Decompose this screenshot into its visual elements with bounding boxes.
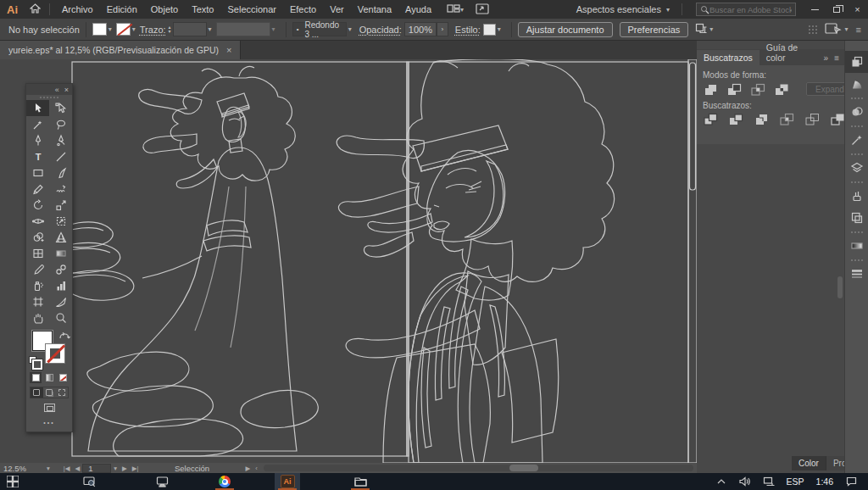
panel-scrollbar-thumb[interactable] — [837, 276, 843, 298]
start-button[interactable] — [0, 473, 25, 490]
style-label[interactable]: Estilo: — [455, 25, 481, 35]
scale-tool[interactable] — [49, 197, 72, 213]
language-indicator[interactable]: ESP — [782, 476, 809, 487]
outline-icon[interactable] — [804, 113, 821, 125]
touch-workspace-icon[interactable] — [825, 22, 842, 36]
menu-edicion[interactable]: Edición — [100, 4, 144, 14]
shaper-tool[interactable] — [49, 181, 72, 197]
pathfinder-panel-icon[interactable] — [845, 51, 868, 73]
magic-wand-tool[interactable] — [26, 116, 49, 132]
canvas-vscroll-thumb[interactable] — [690, 63, 696, 190]
drag-handle-icon[interactable] — [851, 181, 863, 183]
opacity-options-button[interactable]: › — [437, 22, 448, 36]
chevron-down-icon[interactable]: ▾ — [108, 25, 112, 33]
draw-behind-button[interactable] — [43, 387, 56, 398]
previous-artboard-button[interactable]: ◀ — [72, 465, 82, 472]
menu-archivo[interactable]: Archivo — [55, 4, 100, 14]
drag-handle-icon[interactable] — [851, 231, 863, 233]
perspective-grid-tool[interactable] — [49, 229, 72, 245]
menu-ver[interactable]: Ver — [323, 4, 351, 14]
menu-ayuda[interactable]: Ayuda — [398, 4, 438, 14]
first-artboard-button[interactable]: |◀ — [61, 465, 73, 472]
chevron-down-icon[interactable]: ▾ — [460, 6, 464, 14]
taskbar-search-icon[interactable] — [76, 473, 102, 490]
fit-document-button[interactable]: Ajustar documento — [518, 22, 613, 37]
stroke-weight-stepper[interactable]: ▴ ▾ — [169, 25, 171, 34]
menu-texto[interactable]: Texto — [185, 4, 220, 14]
variable-width-profile-dropdown[interactable] — [216, 22, 270, 36]
menu-seleccionar[interactable]: Seleccionar — [220, 4, 282, 14]
exclude-icon[interactable] — [774, 83, 790, 96]
close-tab-icon[interactable]: × — [226, 45, 231, 55]
collapse-panel-icon[interactable]: « — [55, 86, 59, 94]
tab-buscatrazos[interactable]: Buscatrazos — [697, 50, 760, 65]
line-segment-tool[interactable] — [49, 148, 72, 164]
lasso-tool[interactable] — [49, 116, 72, 132]
arrange-documents-icon[interactable] — [447, 3, 460, 15]
slice-tool[interactable] — [49, 293, 72, 309]
color-guide-panel-icon[interactable] — [845, 73, 868, 95]
graphic-style-swatch[interactable] — [483, 24, 496, 36]
gradient-tool[interactable] — [49, 245, 72, 261]
close-button[interactable]: × — [847, 0, 868, 19]
blend-tool[interactable] — [49, 261, 72, 277]
chevron-down-icon[interactable]: ▾ — [132, 25, 136, 33]
transparency-panel-icon[interactable] — [845, 101, 868, 123]
shape-builder-tool[interactable] — [26, 229, 49, 245]
brushes-panel-icon[interactable] — [845, 185, 868, 207]
merge-icon[interactable] — [754, 113, 770, 125]
stroke-color-swatch[interactable] — [116, 23, 131, 36]
artboards-panel-icon[interactable] — [845, 207, 868, 229]
color-mode-button[interactable] — [30, 372, 42, 383]
stroke-color-indicator[interactable] — [45, 343, 65, 364]
document-tab[interactable]: yureie.eps* al 12,5% (RGB/Previsualizaci… — [0, 41, 241, 59]
divide-icon[interactable] — [703, 113, 719, 125]
zoom-dropdown-icon[interactable]: ▾ — [44, 465, 53, 472]
chevron-down-icon[interactable]: ▾ — [709, 25, 713, 33]
drag-handle-icon[interactable] — [851, 259, 863, 261]
last-artboard-button[interactable]: ▶| — [130, 465, 142, 472]
intersect-icon[interactable] — [750, 83, 766, 96]
edit-toolbar-button[interactable]: ••• — [26, 420, 72, 426]
width-tool[interactable] — [26, 213, 49, 229]
layers-panel-icon[interactable] — [845, 157, 868, 179]
tab-guia-de-color[interactable]: Guía de color — [760, 40, 824, 65]
opacity-label[interactable]: Opacidad: — [359, 25, 402, 35]
opacity-field[interactable]: 100% — [404, 22, 437, 36]
artboard-tool[interactable] — [26, 293, 49, 309]
hand-tool[interactable] — [26, 309, 49, 326]
chevron-down-icon[interactable]: ▾ — [845, 25, 849, 33]
menu-ventana[interactable]: Ventana — [351, 4, 398, 14]
collapse-panel-icon[interactable]: » — [824, 53, 829, 63]
zoom-tool[interactable] — [49, 309, 72, 326]
next-artboard-button[interactable]: ▶ — [120, 465, 130, 472]
taskbar-pc-icon[interactable] — [149, 473, 175, 490]
chevron-down-icon[interactable]: ▾ — [348, 25, 352, 33]
search-input[interactable] — [709, 5, 792, 14]
show-hidden-icons-button[interactable] — [711, 473, 732, 490]
illustrator-taskbar-icon[interactable]: Ai — [275, 473, 300, 490]
draw-inside-button[interactable] — [55, 387, 68, 398]
type-tool[interactable]: T — [26, 148, 49, 164]
clock[interactable]: 1:46 — [812, 476, 837, 487]
chrome-icon[interactable] — [212, 473, 237, 490]
gradient-mode-button[interactable] — [43, 372, 55, 383]
close-panel-icon[interactable]: × — [64, 86, 69, 94]
column-graph-tool[interactable] — [49, 277, 72, 293]
eyedropper-tool[interactable] — [26, 261, 49, 277]
pencil-tool[interactable] — [26, 181, 49, 197]
drag-handle-icon[interactable] — [851, 125, 863, 127]
minus-front-icon[interactable] — [726, 83, 743, 96]
none-mode-button[interactable] — [57, 372, 69, 383]
rotate-tool[interactable] — [26, 197, 49, 213]
share-screen-icon[interactable]: svg rect,svg path{stroke:#c9c9c9;fill:no… — [476, 3, 489, 16]
stroke-weight-label[interactable]: Trazo: — [140, 25, 166, 35]
screen-mode-button[interactable] — [26, 404, 72, 412]
selection-tool[interactable] — [26, 100, 49, 116]
trim-icon[interactable] — [728, 113, 744, 125]
menu-objeto[interactable]: Objeto — [144, 4, 185, 14]
zoom-level-field[interactable]: 12.5% — [0, 463, 44, 473]
mesh-tool[interactable] — [26, 245, 49, 261]
drag-handle-icon[interactable] — [851, 97, 863, 99]
rectangle-tool[interactable] — [26, 164, 49, 181]
